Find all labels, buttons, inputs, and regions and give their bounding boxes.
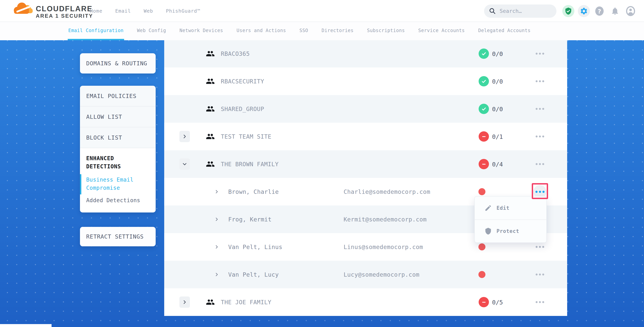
- more-actions-button[interactable]: [533, 296, 546, 309]
- more-actions-button[interactable]: [533, 102, 546, 115]
- sidebar-item-email-policies[interactable]: EMAIL POLICIES: [80, 86, 156, 106]
- chevron-right-icon[interactable]: [214, 272, 219, 277]
- protection-status-badge: 0/0: [478, 76, 503, 86]
- more-actions-button[interactable]: [533, 268, 546, 281]
- nav-item-home[interactable]: Home: [90, 8, 102, 14]
- chevron-right-icon: [182, 299, 187, 305]
- more-actions-button[interactable]: [533, 75, 546, 88]
- protection-count: 0/0: [492, 105, 503, 112]
- group-row: RBACSECURITY0/0: [164, 67, 567, 95]
- main-nav: HomeEmailWebPhishGuard™: [90, 0, 200, 22]
- unprotected-dot-icon: [478, 243, 486, 250]
- header-icon-buttons: ?: [562, 5, 636, 17]
- search-input[interactable]: [500, 8, 552, 14]
- group-row: TEST TEAM SITE0/1: [164, 123, 567, 150]
- sidebar-item-retract-settings[interactable]: RETRACT SETTINGS: [80, 227, 156, 246]
- notifications-icon[interactable]: [609, 5, 621, 17]
- nav-item-email[interactable]: Email: [115, 8, 131, 14]
- group-icon: [206, 160, 215, 169]
- protection-count: 0/5: [492, 299, 503, 306]
- sidebar-card-domains-routing: DOMAINS & ROUTING: [80, 53, 156, 73]
- sidebar-item-block-list[interactable]: BLOCK LIST: [80, 127, 156, 148]
- sidebar-policy-list: EMAIL POLICIESALLOW LISTBLOCK LIST: [80, 86, 156, 148]
- cloudflare-cloud-icon: [12, 1, 33, 16]
- minus-circle-icon: [478, 159, 489, 169]
- unprotected-dot-icon: [478, 271, 486, 278]
- chevron-right-icon: [182, 134, 187, 139]
- protection-status-badge: 0/4: [478, 159, 503, 169]
- user-email: Kermit@somedemocorp.com: [344, 216, 427, 223]
- collapse-group-button[interactable]: [180, 158, 190, 170]
- group-row: SHARED_GROUP0/0: [164, 95, 567, 123]
- chevron-down-icon: [182, 161, 187, 167]
- tab-service-accounts[interactable]: Service Accounts: [418, 22, 466, 40]
- sidebar-item-business-email-compromise[interactable]: Business Email Compromise: [86, 176, 148, 192]
- chevron-right-icon[interactable]: [214, 217, 219, 222]
- groups-users-table: RBACO3650/0RBACSECURITY0/0SHARED_GROUP0/…: [164, 40, 567, 316]
- bottom-left-strip: [0, 324, 52, 327]
- more-actions-button[interactable]: [533, 130, 546, 143]
- active-indicator-bar: [80, 174, 81, 194]
- user-email: Lucy@somedemocorp.com: [344, 271, 420, 278]
- highlight-annotation-box: [532, 183, 548, 199]
- sidebar-item-enhanced-detections[interactable]: ENHANCED DETECTIONS: [86, 154, 146, 171]
- account-icon[interactable]: [624, 5, 636, 17]
- nav-item-phishguard[interactable]: PhishGuard™: [166, 8, 200, 14]
- group-name: RBACO365: [221, 50, 250, 57]
- sidebar-card-retract-settings: RETRACT SETTINGS: [80, 227, 156, 246]
- sidebar-enhanced-detections-section: ENHANCED DETECTIONS Business Email Compr…: [80, 148, 156, 212]
- svg-text:?: ?: [598, 8, 601, 14]
- expand-group-button[interactable]: [180, 297, 190, 308]
- user-row: Van Pelt, LucyLucy@somedemocorp.com: [164, 261, 567, 288]
- sidebar-item-label: Business Email Compromise: [86, 177, 134, 191]
- menu-item-label: Edit: [496, 205, 510, 211]
- protection-count: 0/0: [492, 50, 503, 57]
- group-icon: [206, 132, 215, 141]
- more-actions-button[interactable]: [533, 47, 546, 60]
- menu-item-protect[interactable]: Protect: [475, 220, 546, 242]
- user-name: Van Pelt, Linus: [228, 244, 282, 250]
- tab-network-devices[interactable]: Network Devices: [179, 22, 224, 40]
- row-context-menu: EditProtect: [474, 196, 547, 243]
- chevron-right-icon[interactable]: [214, 245, 219, 249]
- group-icon: [206, 77, 215, 86]
- settings-icon[interactable]: [578, 5, 590, 17]
- nav-item-web[interactable]: Web: [144, 8, 153, 14]
- menu-item-edit[interactable]: Edit: [475, 197, 546, 220]
- group-icon: [206, 298, 215, 307]
- group-icon: [206, 49, 215, 58]
- tab-email-configuration[interactable]: Email Configuration: [68, 22, 124, 40]
- tab-web-config[interactable]: Web Config: [136, 22, 167, 40]
- sidebar-item-domains-routing[interactable]: DOMAINS & ROUTING: [80, 53, 156, 73]
- tab-delegated-accounts[interactable]: Delegated Accounts: [478, 22, 531, 40]
- tab-directories[interactable]: Directories: [321, 22, 354, 40]
- section-tabs: Email ConfigurationWeb ConfigNetwork Dev…: [0, 22, 644, 40]
- tab-users-and-actions[interactable]: Users and Actions: [236, 22, 286, 40]
- tab-subscriptions[interactable]: Subscriptions: [366, 22, 405, 40]
- group-name: RBACSECURITY: [221, 78, 264, 85]
- chevron-right-icon[interactable]: [214, 189, 219, 194]
- help-icon[interactable]: ?: [594, 5, 606, 17]
- expand-group-button[interactable]: [180, 131, 190, 142]
- brand-subtitle: AREA 1 SECURITY: [36, 13, 93, 19]
- user-name: Brown, Charlie: [228, 188, 279, 195]
- user-email: Linus@somedemocorp.com: [344, 244, 423, 250]
- sidebar-card-policies: EMAIL POLICIESALLOW LISTBLOCK LIST ENHAN…: [80, 86, 156, 213]
- group-row: THE JOE FAMILY0/5: [164, 288, 567, 316]
- sidebar-item-allow-list[interactable]: ALLOW LIST: [80, 106, 156, 127]
- sidebar-item-added-detections[interactable]: Added Detections: [86, 196, 148, 205]
- pencil-icon: [484, 204, 492, 212]
- group-name: THE JOE FAMILY: [221, 299, 272, 306]
- brand-title: CLOUDFLARE: [36, 5, 93, 13]
- menu-item-label: Protect: [496, 228, 519, 234]
- protection-status-badge: 0/0: [478, 104, 503, 114]
- search-icon: [489, 7, 496, 15]
- search-box[interactable]: [484, 4, 556, 18]
- protection-status-badge: 0/5: [478, 297, 503, 307]
- more-actions-button[interactable]: [533, 157, 546, 171]
- tab-sso[interactable]: SSO: [299, 22, 309, 40]
- content-area: DOMAINS & ROUTING EMAIL POLICIESALLOW LI…: [0, 40, 644, 327]
- group-row: THE BROWN FAMILY0/4: [164, 150, 567, 178]
- shield-check-icon[interactable]: [562, 5, 574, 17]
- group-name: SHARED_GROUP: [221, 106, 264, 112]
